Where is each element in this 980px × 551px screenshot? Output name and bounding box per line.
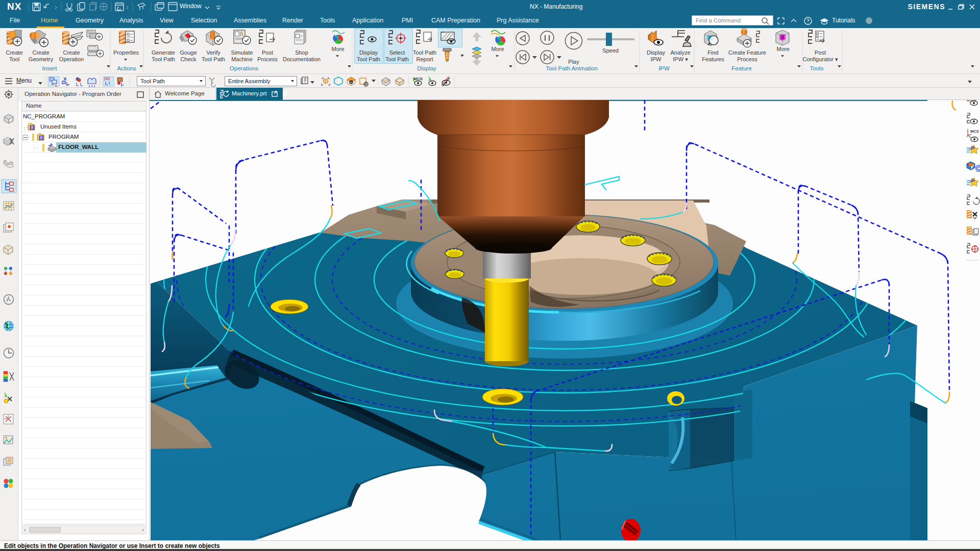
svg-text:MCS: MCS [413,77,423,81]
svg-text:MCS: MCS [970,129,979,134]
svg-text:i: i [7,297,8,303]
